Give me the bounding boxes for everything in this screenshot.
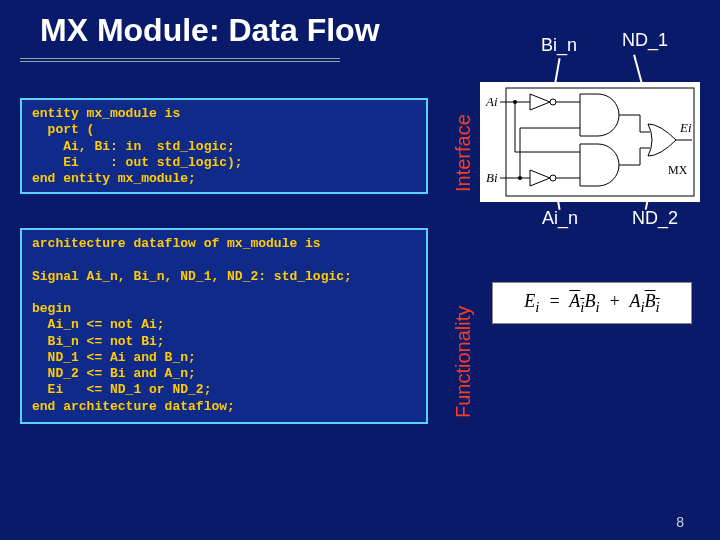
svg-point-10 [513, 100, 517, 104]
functionality-label: Functionality [452, 306, 475, 418]
title-underline [20, 58, 340, 64]
svg-point-2 [550, 99, 556, 105]
label-nd-2: ND_2 [632, 208, 678, 229]
architecture-code-box: architecture dataflow of mx_module is Si… [20, 228, 428, 424]
interface-label: Interface [452, 114, 475, 192]
entity-code-box: entity mx_module is port ( Ai, Bi: in st… [20, 98, 428, 194]
circuit-label-mx: MX [668, 163, 688, 177]
equation-box: Ei = AiBi + AiBi [492, 282, 692, 324]
label-bi-n: Bi_n [541, 35, 577, 56]
label-nd-1: ND_1 [622, 30, 668, 51]
circuit-label-bi: Bi [486, 170, 498, 185]
slide-title: MX Module: Data Flow [0, 0, 720, 53]
circuit-label-ai: Ai [485, 94, 498, 109]
svg-point-3 [550, 175, 556, 181]
label-ai-n: Ai_n [542, 208, 578, 229]
circuit-diagram: Ai Bi Ei MX [480, 82, 700, 202]
page-number: 8 [676, 514, 684, 530]
svg-point-11 [518, 176, 522, 180]
circuit-label-ei: Ei [679, 120, 692, 135]
